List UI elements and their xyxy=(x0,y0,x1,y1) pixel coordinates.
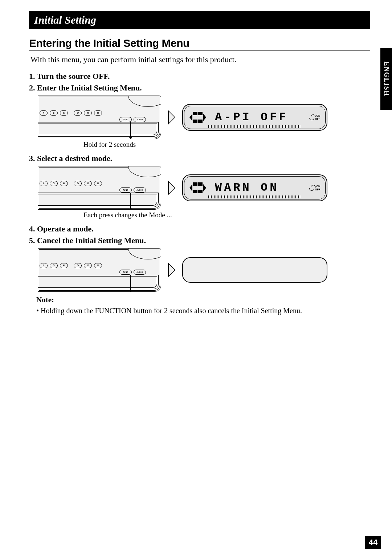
lcd-display: WARN ON ON OFF xyxy=(182,174,327,201)
preset-button xyxy=(84,110,92,116)
preset-button xyxy=(84,181,92,186)
preset-button: 4 xyxy=(40,181,48,186)
step-2-figure: 4 5 6 8 FUNC AUDIO xyxy=(38,96,370,139)
page-number: 44 xyxy=(365,536,381,549)
step-4: Operate a mode. xyxy=(29,224,370,234)
lcd-text: WARN ON xyxy=(215,181,309,194)
preset-button: 4 xyxy=(40,263,48,268)
preset-button xyxy=(74,181,82,186)
preset-button: 6 xyxy=(60,263,68,268)
step-3-caption: Each press changes the Mode ... xyxy=(83,211,370,219)
lcd-display: A-PI OFF ON OFF xyxy=(182,104,327,131)
lcd-next-icon xyxy=(203,114,206,121)
step-2-caption: Hold for 2 seconds xyxy=(83,141,370,149)
note-item: Holding down the FUNCTION button for 2 s… xyxy=(36,306,370,315)
preset-button: 6 xyxy=(60,181,68,186)
preset-button: 8 xyxy=(94,110,102,116)
lcd-prev-icon xyxy=(189,114,192,121)
loudness-off-icon xyxy=(309,118,314,120)
preset-button: 5 xyxy=(50,110,58,116)
lcd-next-icon xyxy=(203,184,206,191)
loudness-off-icon xyxy=(309,188,314,191)
preset-button: 8 xyxy=(94,181,102,186)
lcd-text: A-PI OFF xyxy=(215,110,309,124)
preset-button xyxy=(74,110,82,116)
preset-button xyxy=(84,263,92,268)
device-illustration: 4 5 6 8 FUNC AUDIO xyxy=(38,166,161,210)
arrow-right-icon xyxy=(168,263,175,277)
language-tab: ENGLISH xyxy=(380,48,392,110)
func-button: FUNC xyxy=(119,270,132,275)
pointer-arrow-icon xyxy=(130,122,131,137)
steps-list: Turn the source OFF. Enter the Initial S… xyxy=(29,72,370,292)
step-5: Cancel the Initial Setting Menu. 4 5 6 8 xyxy=(29,236,370,292)
chapter-title-bar: Initial Setting xyxy=(29,11,370,29)
arrow-right-icon xyxy=(168,110,175,125)
pointer-arrow-icon xyxy=(130,193,131,208)
device-illustration: 4 5 6 8 FUNC AUDIO xyxy=(38,248,161,292)
preset-button xyxy=(74,263,82,268)
step-1: Turn the source OFF. xyxy=(29,72,370,81)
step-3: Select a desired mode. 4 5 6 8 xyxy=(29,154,370,219)
intro-text: With this menu, you can perform initial … xyxy=(30,55,369,65)
func-button: FUNC xyxy=(119,117,132,122)
pointer-arrow-icon xyxy=(130,275,131,290)
audio-button: AUDIO xyxy=(134,187,146,193)
preset-button: 5 xyxy=(50,263,58,268)
section-heading: Entering the Initial Setting Menu xyxy=(29,37,370,51)
audio-button: AUDIO xyxy=(134,117,146,122)
preset-button: 4 xyxy=(40,110,48,116)
loudness-on-icon xyxy=(311,185,316,187)
audio-button: AUDIO xyxy=(134,270,146,275)
lcd-prev-icon xyxy=(189,184,192,191)
step-3-figure: 4 5 6 8 FUNC AUDIO xyxy=(38,166,370,210)
device-illustration: 4 5 6 8 FUNC AUDIO xyxy=(38,96,161,139)
func-button: FUNC xyxy=(119,187,132,193)
chapter-title: Initial Setting xyxy=(34,14,96,26)
preset-button: 8 xyxy=(94,263,102,268)
note-heading: Note: xyxy=(36,295,370,304)
lcd-display-blank xyxy=(182,257,327,283)
arrow-right-icon xyxy=(168,181,175,195)
step-5-figure: 4 5 6 8 FUNC AUDIO xyxy=(38,248,370,292)
preset-button: 5 xyxy=(50,181,58,186)
preset-button: 6 xyxy=(60,110,68,116)
step-2: Enter the Initial Setting Menu. 4 5 6 8 xyxy=(29,83,370,149)
loudness-on-icon xyxy=(311,114,316,117)
